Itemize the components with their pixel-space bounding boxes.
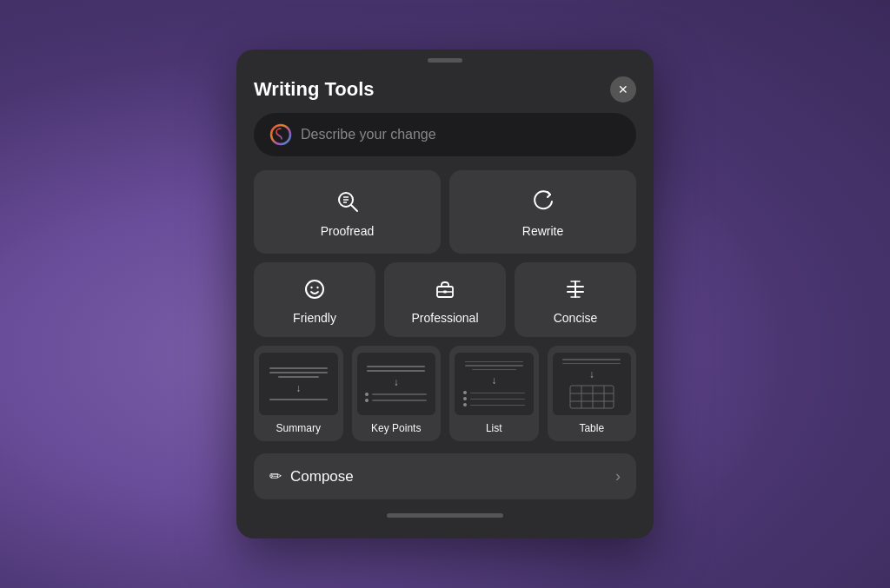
panel-header: Writing Tools ✕ bbox=[236, 63, 654, 113]
preview-line bbox=[562, 363, 621, 365]
table-preview: ↓ bbox=[553, 353, 632, 415]
svg-point-7 bbox=[310, 287, 312, 288]
preview-list-row bbox=[365, 399, 427, 402]
preview-line bbox=[269, 399, 328, 400]
list-preview: ↓ bbox=[455, 353, 534, 415]
writing-tools-panel: Writing Tools ✕ bbox=[236, 50, 654, 538]
professional-button[interactable]: Professional bbox=[384, 262, 506, 337]
preview-list-row bbox=[365, 393, 427, 396]
tools-row-1: Proofread Rewrite bbox=[254, 170, 636, 254]
table-label: Table bbox=[579, 422, 604, 434]
preview-line bbox=[465, 361, 523, 363]
list-button[interactable]: ↓ List bbox=[449, 346, 539, 441]
preview-list-line bbox=[470, 393, 525, 394]
preview-bullet bbox=[463, 391, 467, 394]
preview-arrow: ↓ bbox=[296, 382, 301, 394]
compose-label: Compose bbox=[290, 468, 354, 486]
preview-list-line bbox=[470, 399, 525, 400]
preview-list-line bbox=[470, 405, 525, 406]
professional-icon bbox=[434, 278, 456, 304]
tools-row-3: ↓ Summary ↓ bbox=[254, 346, 636, 441]
tools-row-2: Friendly Professional bbox=[254, 262, 636, 337]
svg-rect-11 bbox=[443, 291, 447, 294]
preview-line bbox=[269, 372, 328, 373]
proofread-button[interactable]: Proofread bbox=[254, 170, 441, 254]
professional-label: Professional bbox=[411, 311, 478, 325]
key-points-preview: ↓ bbox=[357, 353, 436, 415]
preview-list-line bbox=[372, 393, 427, 395]
preview-line bbox=[367, 370, 425, 372]
preview-line bbox=[367, 366, 425, 367]
rewrite-icon bbox=[531, 189, 555, 217]
search-bar[interactable]: Describe your change bbox=[254, 113, 636, 156]
svg-rect-17 bbox=[570, 386, 614, 408]
close-button[interactable]: ✕ bbox=[610, 76, 636, 102]
rewrite-button[interactable]: Rewrite bbox=[449, 170, 636, 254]
compose-chevron: › bbox=[615, 467, 621, 486]
table-button[interactable]: ↓ Table bbox=[548, 346, 637, 441]
summary-label: Summary bbox=[276, 422, 321, 434]
preview-bullet bbox=[463, 397, 467, 400]
apple-intelligence-icon bbox=[269, 123, 292, 146]
concise-label: Concise bbox=[554, 311, 598, 325]
bottom-handle[interactable] bbox=[387, 513, 503, 518]
preview-line bbox=[465, 365, 523, 367]
preview-bullet bbox=[463, 403, 467, 406]
preview-list-line bbox=[372, 400, 427, 401]
rewrite-label: Rewrite bbox=[522, 224, 563, 238]
summary-preview: ↓ bbox=[259, 353, 338, 415]
preview-line bbox=[278, 376, 319, 378]
preview-list-row bbox=[463, 403, 525, 406]
preview-list-row bbox=[463, 397, 525, 400]
preview-list-row bbox=[463, 391, 525, 394]
concise-icon bbox=[564, 278, 587, 304]
svg-point-6 bbox=[306, 281, 323, 298]
preview-line bbox=[562, 359, 621, 360]
compose-icon: ✏ bbox=[269, 467, 282, 486]
svg-line-2 bbox=[351, 205, 357, 211]
compose-button[interactable]: ✏ Compose › bbox=[254, 453, 636, 499]
proofread-icon bbox=[335, 189, 360, 217]
preview-bullet bbox=[365, 399, 369, 402]
preview-line bbox=[269, 367, 328, 369]
key-points-label: Key Points bbox=[371, 422, 421, 434]
search-placeholder: Describe your change bbox=[301, 127, 436, 142]
preview-line bbox=[472, 369, 516, 371]
preview-arrow: ↓ bbox=[589, 368, 594, 380]
preview-bullet bbox=[365, 393, 369, 396]
compose-left: ✏ Compose bbox=[269, 467, 354, 486]
concise-button[interactable]: Concise bbox=[515, 262, 636, 337]
table-svg bbox=[569, 385, 614, 409]
proofread-label: Proofread bbox=[321, 224, 374, 238]
svg-point-8 bbox=[316, 287, 318, 288]
summary-button[interactable]: ↓ Summary bbox=[254, 346, 343, 441]
tools-grid: Proofread Rewrite bbox=[236, 170, 654, 441]
key-points-button[interactable]: ↓ Key Points bbox=[352, 346, 442, 441]
friendly-icon bbox=[303, 278, 326, 304]
friendly-button[interactable]: Friendly bbox=[254, 262, 375, 337]
preview-arrow: ↓ bbox=[491, 374, 496, 386]
preview-arrow: ↓ bbox=[394, 376, 399, 388]
panel-title: Writing Tools bbox=[254, 78, 375, 101]
list-label: List bbox=[486, 422, 502, 434]
friendly-label: Friendly bbox=[293, 311, 336, 325]
